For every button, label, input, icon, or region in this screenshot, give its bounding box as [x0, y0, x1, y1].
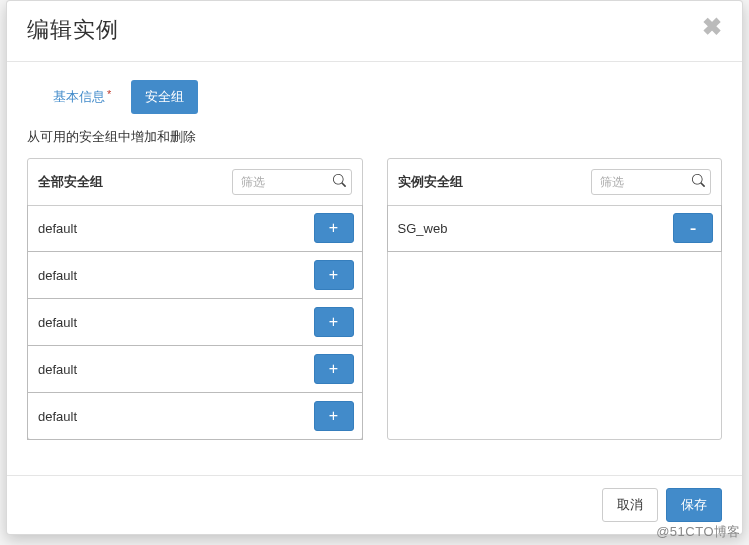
list-item: default + — [27, 392, 363, 440]
instance-groups-panel: 实例安全组 SG_web - — [387, 158, 723, 440]
group-name-label: default — [38, 268, 77, 283]
add-group-button[interactable]: + — [314, 260, 354, 290]
group-name-label: default — [38, 221, 77, 236]
edit-instance-modal: 编辑实例 ✖ 基本信息* 安全组 从可用的安全组中增加和删除 全部安全组 — [6, 0, 743, 535]
dual-list-panel: 全部安全组 default + default + — [27, 158, 722, 440]
cancel-button[interactable]: 取消 — [602, 488, 658, 522]
available-filter-input[interactable] — [232, 169, 352, 195]
instance-panel-header: 实例安全组 — [388, 159, 722, 206]
required-asterisk-icon: * — [107, 88, 111, 100]
modal-footer: 取消 保存 — [7, 475, 742, 534]
modal-body: 基本信息* 安全组 从可用的安全组中增加和删除 全部安全组 — [7, 62, 742, 475]
available-filter — [232, 169, 352, 195]
tab-basic-info[interactable]: 基本信息* — [39, 80, 125, 114]
instance-filter-input[interactable] — [591, 169, 711, 195]
group-name-label: SG_web — [398, 221, 448, 236]
tab-security-groups[interactable]: 安全组 — [131, 80, 198, 114]
modal-title: 编辑实例 — [27, 15, 119, 45]
instance-groups-list: SG_web - — [388, 205, 722, 252]
available-groups-panel: 全部安全组 default + default + — [27, 158, 363, 440]
remove-group-button[interactable]: - — [673, 213, 713, 243]
list-item: SG_web - — [387, 205, 723, 252]
instance-filter — [591, 169, 711, 195]
available-panel-title: 全部安全组 — [38, 173, 103, 191]
modal-header: 编辑实例 ✖ — [7, 1, 742, 62]
panel-subtitle: 从可用的安全组中增加和删除 — [27, 128, 722, 146]
group-name-label: default — [38, 409, 77, 424]
add-group-button[interactable]: + — [314, 401, 354, 431]
add-group-button[interactable]: + — [314, 213, 354, 243]
group-name-label: default — [38, 315, 77, 330]
list-item: default + — [27, 345, 363, 393]
group-name-label: default — [38, 362, 77, 377]
add-group-button[interactable]: + — [314, 307, 354, 337]
tab-basic-info-label: 基本信息 — [53, 89, 105, 104]
list-item: default + — [27, 298, 363, 346]
available-groups-list: default + default + default + default + — [28, 205, 362, 440]
add-group-button[interactable]: + — [314, 354, 354, 384]
instance-panel-title: 实例安全组 — [398, 173, 463, 191]
list-item: default + — [27, 205, 363, 252]
tabs: 基本信息* 安全组 — [39, 80, 722, 114]
list-item: default + — [27, 251, 363, 299]
available-panel-header: 全部安全组 — [28, 159, 362, 206]
tab-security-groups-label: 安全组 — [145, 89, 184, 104]
close-icon[interactable]: ✖ — [702, 15, 722, 39]
save-button[interactable]: 保存 — [666, 488, 722, 522]
